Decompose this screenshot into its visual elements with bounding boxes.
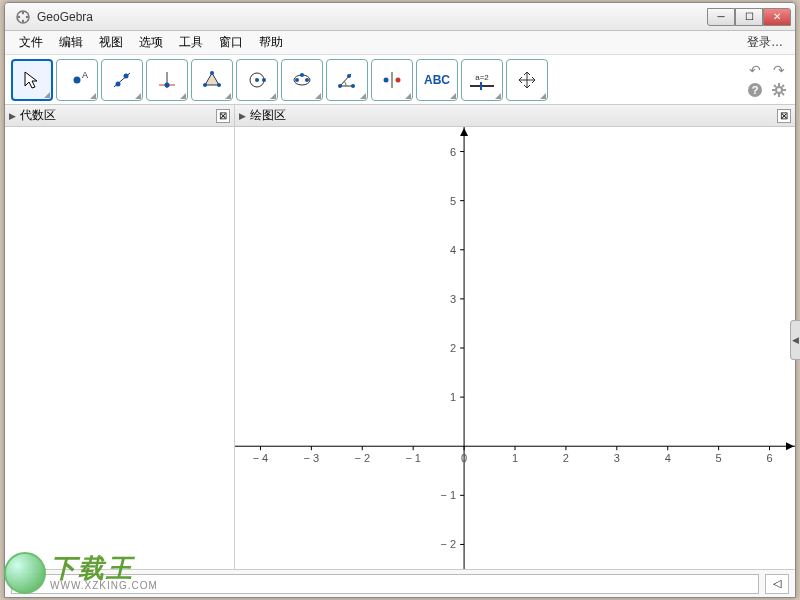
input-bar: ◁ — [5, 569, 795, 597]
algebra-panel: ▶ 代数区 ⊠ — [5, 105, 235, 569]
svg-point-2 — [26, 15, 28, 17]
circle-tool[interactable] — [236, 59, 278, 101]
svg-text:6: 6 — [766, 452, 772, 464]
svg-point-3 — [22, 11, 24, 13]
svg-text:− 1: − 1 — [405, 452, 421, 464]
svg-line-40 — [774, 93, 776, 95]
move-tool[interactable] — [11, 59, 53, 101]
svg-point-15 — [217, 83, 221, 87]
close-button[interactable]: ✕ — [763, 8, 791, 26]
graphics-collapse-icon[interactable]: ▶ — [239, 111, 246, 121]
undo-button[interactable]: ↶ — [745, 61, 765, 79]
svg-text:3: 3 — [614, 452, 620, 464]
svg-text:0: 0 — [461, 452, 467, 464]
line-tool[interactable] — [101, 59, 143, 101]
svg-point-18 — [255, 78, 259, 82]
svg-line-39 — [782, 85, 784, 87]
menu-tools[interactable]: 工具 — [171, 31, 211, 54]
svg-point-25 — [351, 84, 355, 88]
menubar: 文件 编辑 视图 选项 工具 窗口 帮助 登录… — [5, 31, 795, 55]
graphics-title: 绘图区 — [250, 107, 777, 124]
svg-point-28 — [384, 77, 389, 82]
toolbar: A ABC a=2 ↶ ↷ ? — [5, 55, 795, 105]
svg-point-16 — [203, 83, 207, 87]
app-logo-icon — [15, 9, 31, 25]
reflect-tool[interactable] — [371, 59, 413, 101]
move-graphics-tool[interactable] — [506, 59, 548, 101]
angle-tool[interactable] — [326, 59, 368, 101]
graphics-close-button[interactable]: ⊠ — [777, 109, 791, 123]
maximize-button[interactable]: ☐ — [735, 8, 763, 26]
menu-edit[interactable]: 编辑 — [51, 31, 91, 54]
text-tool[interactable]: ABC — [416, 59, 458, 101]
svg-point-26 — [347, 74, 351, 78]
algebra-close-button[interactable]: ⊠ — [216, 109, 230, 123]
svg-point-32 — [776, 87, 782, 93]
menu-options[interactable]: 选项 — [131, 31, 171, 54]
algebra-title: 代数区 — [20, 107, 216, 124]
svg-text:3: 3 — [450, 293, 456, 305]
titlebar: GeoGebra ─ ☐ ✕ — [5, 3, 795, 31]
svg-point-9 — [124, 73, 129, 78]
svg-text:− 1: − 1 — [440, 489, 456, 501]
svg-text:5: 5 — [716, 452, 722, 464]
svg-text:4: 4 — [665, 452, 671, 464]
svg-text:− 3: − 3 — [304, 452, 320, 464]
command-input[interactable] — [11, 574, 759, 594]
svg-point-14 — [210, 71, 214, 75]
svg-point-29 — [396, 77, 401, 82]
svg-text:1: 1 — [450, 391, 456, 403]
svg-point-23 — [300, 73, 304, 77]
slider-tool[interactable]: a=2 — [461, 59, 503, 101]
svg-text:1: 1 — [512, 452, 518, 464]
algebra-collapse-icon[interactable]: ▶ — [9, 111, 16, 121]
svg-line-37 — [774, 85, 776, 87]
svg-point-12 — [165, 82, 170, 87]
input-help-button[interactable]: ◁ — [765, 574, 789, 594]
algebra-body[interactable] — [5, 127, 234, 569]
svg-text:2: 2 — [450, 342, 456, 354]
svg-point-21 — [295, 78, 299, 82]
svg-point-24 — [338, 84, 342, 88]
svg-point-8 — [116, 81, 121, 86]
svg-text:− 2: − 2 — [354, 452, 370, 464]
svg-point-1 — [18, 15, 20, 17]
menu-view[interactable]: 视图 — [91, 31, 131, 54]
point-tool[interactable]: A — [56, 59, 98, 101]
side-panel-handle[interactable]: ◀ — [790, 320, 800, 360]
menu-help[interactable]: 帮助 — [251, 31, 291, 54]
svg-text:A: A — [82, 70, 88, 80]
window-title: GeoGebra — [37, 10, 707, 24]
polygon-tool[interactable] — [191, 59, 233, 101]
svg-text:?: ? — [752, 84, 759, 96]
svg-line-38 — [782, 93, 784, 95]
ellipse-tool[interactable] — [281, 59, 323, 101]
perpendicular-tool[interactable] — [146, 59, 188, 101]
svg-text:2: 2 — [563, 452, 569, 464]
minimize-button[interactable]: ─ — [707, 8, 735, 26]
menu-file[interactable]: 文件 — [11, 31, 51, 54]
svg-point-19 — [262, 78, 266, 82]
svg-text:− 4: − 4 — [253, 452, 269, 464]
svg-point-4 — [22, 19, 24, 21]
svg-text:6: 6 — [450, 146, 456, 158]
login-button[interactable]: 登录… — [741, 31, 789, 54]
graphics-canvas[interactable]: − 4− 3− 2− 10123456− 2− 1123456 — [235, 127, 795, 569]
menu-window[interactable]: 窗口 — [211, 31, 251, 54]
svg-text:4: 4 — [450, 244, 456, 256]
redo-button[interactable]: ↷ — [769, 61, 789, 79]
graphics-panel: ▶ 绘图区 ⊠ − 4− 3− 2− 10123456− 2− 1123456 — [235, 105, 795, 569]
svg-text:5: 5 — [450, 195, 456, 207]
help-icon[interactable]: ? — [745, 81, 765, 99]
svg-text:− 2: − 2 — [440, 538, 456, 550]
svg-point-22 — [305, 78, 309, 82]
settings-icon[interactable] — [769, 81, 789, 99]
svg-point-5 — [74, 76, 81, 83]
